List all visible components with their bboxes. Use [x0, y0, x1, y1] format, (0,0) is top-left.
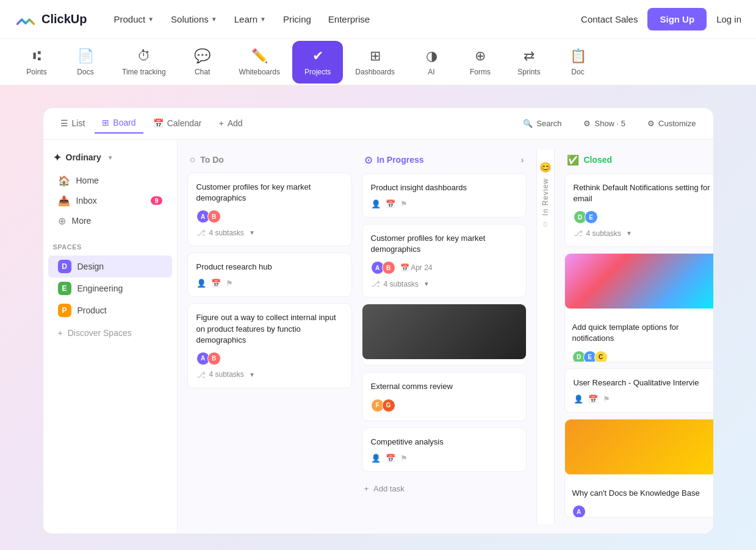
table-row[interactable]: Product research hub 👤 📅 ⚑ [187, 252, 352, 297]
table-row[interactable]: Why can't Docs be Knowledge Base A [564, 419, 713, 518]
calendar-icon: 📅 [588, 395, 598, 404]
feature-ai[interactable]: ◑ AI [407, 41, 456, 84]
customize-icon: ⚙ [647, 119, 655, 128]
table-row[interactable]: Product insight dashboards 👤 📅 ⚑ [362, 173, 527, 218]
date-label: 📅 Apr 24 [400, 263, 433, 272]
docs2-icon: 📋 [570, 48, 586, 64]
feature-points[interactable]: ⑆ Points [12, 41, 61, 84]
table-row[interactable]: Customer profiles for key market demogra… [187, 173, 352, 246]
add-view-icon: + [218, 118, 223, 128]
login-link[interactable]: Log in [716, 14, 741, 24]
feature-whiteboards[interactable]: ✏️ Whiteboards [227, 41, 292, 84]
table-row[interactable]: User Research - Qualitative Intervie 👤 📅… [564, 368, 713, 413]
board-layout: ✦ Ordinary ▼ 🏠 Home 📥 Inbox 9 [43, 140, 713, 534]
show-button[interactable]: ⚙ Show · 5 [576, 115, 633, 132]
chevron-icon: ▼ [423, 280, 430, 287]
space-engineering[interactable]: E Engineering [48, 277, 172, 299]
contact-sales-link[interactable]: Contact Sales [581, 14, 638, 24]
customize-button[interactable]: ⚙ Customize [640, 115, 703, 132]
sidebar-item-home[interactable]: 🏠 Home [48, 171, 172, 191]
time-icon: ⏱ [137, 48, 151, 64]
show-icon: ⚙ [583, 119, 591, 128]
nav-enterprise[interactable]: Enterprise [321, 9, 377, 29]
space-design[interactable]: D Design [48, 255, 172, 277]
search-button[interactable]: 🔍 Search [516, 115, 569, 132]
calendar-icon: 📅 [386, 199, 395, 209]
sidebar-item-more[interactable]: ⊕ More [48, 211, 172, 231]
table-row[interactable] [362, 304, 527, 366]
feature-sprints[interactable]: ⇄ Sprints [505, 41, 553, 84]
plus-icon: + [58, 328, 63, 338]
board-header: ☰ List ⊞ Board 📅 Calendar + Add 🔍 [43, 108, 713, 140]
kanban-area: ○ To Do Customer profiles for key market… [178, 140, 713, 534]
discover-spaces[interactable]: + Discover Spaces [48, 324, 172, 342]
avatar-group: A B [196, 210, 221, 223]
top-nav: ClickUp Product ▼ Solutions ▼ Learn ▼ Pr… [0, 0, 756, 39]
avatar-group: A [572, 505, 586, 518]
feature-time-tracking[interactable]: ⏱ Time tracking [110, 41, 178, 84]
avatar-group: A B [196, 352, 221, 365]
ai-icon: ◑ [426, 48, 437, 64]
search-icon: 🔍 [523, 119, 533, 128]
table-row[interactable]: Figure out a way to collect internal inp… [187, 303, 352, 388]
add-task-button[interactable]: + Add task [362, 478, 527, 499]
column-inprogress-header: ⊙ In Progress › [362, 149, 527, 173]
space-product[interactable]: P Product [48, 299, 172, 321]
sign-up-button[interactable]: Sign Up [647, 8, 707, 30]
feature-docs[interactable]: 📄 Docs [61, 41, 110, 84]
home-icon: 🏠 [58, 175, 70, 187]
table-row[interactable]: Competitive analysis 👤 📅 ⚑ [362, 427, 527, 472]
tab-calendar[interactable]: 📅 Calendar [146, 113, 209, 133]
nav-links: Product ▼ Solutions ▼ Learn ▼ Pricing En… [106, 9, 581, 29]
feature-bar: ⑆ Points 📄 Docs ⏱ Time tracking 💬 Chat ✏… [0, 39, 756, 85]
docs-icon: 📄 [77, 48, 94, 64]
chevron-down-icon: ▼ [148, 16, 154, 23]
table-row[interactable]: Add quick template options for notificat… [564, 253, 713, 362]
avatar-group: D E C [572, 351, 608, 362]
inreview-emoji: 😊 [539, 162, 552, 173]
workspace-icon: ✦ [53, 152, 61, 163]
column-closed-header: ✅ Closed [564, 149, 713, 173]
avatar: C [594, 351, 608, 362]
logo[interactable]: ClickUp [15, 9, 87, 30]
avatar: A [572, 505, 586, 518]
card-image [565, 254, 713, 309]
table-row[interactable]: Rethink Default Notifications setting fo… [564, 173, 713, 247]
more-icon: ⊕ [58, 215, 66, 227]
nav-solutions[interactable]: Solutions ▼ [164, 9, 225, 29]
spaces-label: Spaces [43, 241, 177, 255]
avatar: G [382, 399, 395, 412]
workspace-header[interactable]: ✦ Ordinary ▼ [43, 147, 177, 171]
table-row[interactable]: External comms review F G [362, 372, 527, 421]
feature-dashboards[interactable]: ⊞ Dashboards [343, 41, 407, 84]
column-expand-icon[interactable]: › [521, 155, 524, 165]
chevron-icon: ▼ [249, 229, 255, 236]
tab-list[interactable]: ☰ List [53, 113, 93, 133]
calendar-icon: 📅 [386, 454, 395, 463]
tab-add[interactable]: + Add [211, 113, 250, 133]
space-dot-product: P [58, 304, 71, 317]
feature-forms[interactable]: ⊕ Forms [456, 41, 505, 84]
tab-board[interactable]: ⊞ Board [95, 113, 143, 134]
table-row[interactable]: Customer profiles for key market demogra… [362, 224, 527, 298]
nav-right: Contact Sales Sign Up Log in [581, 8, 741, 30]
chevron-down-icon: ▼ [211, 16, 217, 23]
feature-docs2[interactable]: 📋 Doc [553, 41, 602, 84]
user-icon: 👤 [574, 395, 583, 404]
feature-chat[interactable]: 💬 Chat [178, 41, 227, 84]
calendar-icon: 📅 [153, 118, 164, 128]
whiteboards-icon: ✏️ [251, 48, 268, 64]
avatar: B [382, 261, 395, 274]
sidebar: ✦ Ordinary ▼ 🏠 Home 📥 Inbox 9 [43, 140, 178, 534]
space-dot-engineering: E [58, 282, 71, 295]
projects-icon: ✔ [312, 48, 323, 64]
nav-product[interactable]: Product ▼ [106, 9, 161, 29]
closed-status-icon: ✅ [567, 154, 579, 166]
nav-learn[interactable]: Learn ▼ [227, 9, 273, 29]
column-inreview[interactable]: 😊 In Review 0 [536, 149, 555, 524]
feature-projects[interactable]: ✔ Projects [292, 41, 343, 84]
sidebar-item-inbox[interactable]: 📥 Inbox 9 [48, 191, 172, 211]
subtask-icon: ⎇ [196, 228, 206, 237]
nav-pricing[interactable]: Pricing [276, 9, 319, 29]
sprints-icon: ⇄ [524, 48, 535, 64]
